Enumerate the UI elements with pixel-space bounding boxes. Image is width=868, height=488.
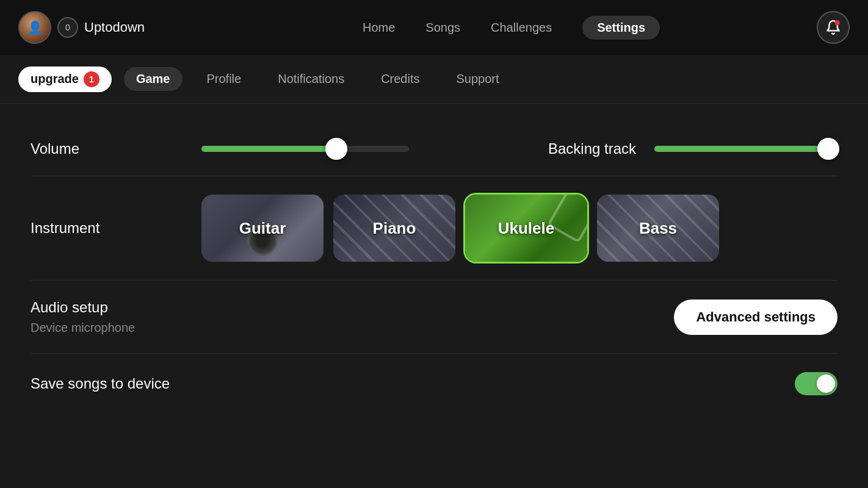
- backing-track-group: Backing track: [548, 140, 837, 157]
- instrument-label: Instrument: [31, 220, 201, 237]
- bass-card[interactable]: Bass: [597, 195, 719, 262]
- nav-settings[interactable]: Settings: [582, 16, 660, 40]
- upgrade-tab[interactable]: upgrade 1: [18, 66, 112, 92]
- top-navigation: 👤 0 Uptodown Home Songs Challenges Setti…: [0, 0, 868, 55]
- user-profile-area[interactable]: 👤 0 Uptodown: [18, 11, 145, 44]
- advanced-settings-button[interactable]: Advanced settings: [674, 300, 837, 335]
- username-label: Uptodown: [84, 20, 145, 35]
- ukulele-label: Ukulele: [498, 219, 555, 238]
- volume-slider[interactable]: [201, 146, 409, 152]
- volume-thumb[interactable]: [325, 138, 347, 160]
- nav-songs[interactable]: Songs: [425, 21, 460, 35]
- avatar[interactable]: 👤: [18, 11, 51, 44]
- nav-right-area: [817, 11, 850, 44]
- audio-info: Audio setup Device microphone: [31, 299, 674, 335]
- nav-challenges[interactable]: Challenges: [491, 21, 552, 35]
- bell-button[interactable]: [817, 11, 850, 44]
- backing-track-thumb[interactable]: [817, 138, 839, 160]
- volume-label: Volume: [31, 140, 201, 157]
- volume-slider-group: [201, 146, 512, 152]
- support-tab[interactable]: Support: [444, 67, 512, 91]
- bass-label: Bass: [639, 219, 677, 238]
- notification-count-badge: 0: [57, 17, 78, 38]
- game-tab[interactable]: Game: [124, 67, 183, 91]
- svg-point-0: [834, 20, 840, 26]
- main-settings-content: Volume Backing track Instrument: [0, 104, 868, 432]
- guitar-card[interactable]: Guitar: [201, 195, 324, 262]
- volume-fill: [201, 146, 336, 152]
- toggle-knob: [817, 375, 835, 393]
- volume-track: [201, 146, 409, 152]
- settings-tabs-bar: upgrade 1 Game Profile Notifications Cre…: [0, 55, 868, 104]
- audio-setup-subtitle: Device microphone: [31, 321, 674, 335]
- save-songs-section: Save songs to device: [31, 354, 837, 414]
- profile-tab[interactable]: Profile: [195, 67, 254, 91]
- ukulele-card[interactable]: Ukulele: [465, 195, 587, 262]
- save-songs-label: Save songs to device: [31, 375, 795, 392]
- backing-track-fill: [654, 146, 828, 152]
- nav-links-group: Home Songs Challenges Settings: [206, 16, 817, 40]
- notifications-tab[interactable]: Notifications: [266, 67, 356, 91]
- instruments-row: Guitar Piano Ukulele Bass: [201, 195, 719, 262]
- backing-track-label: Backing track: [548, 140, 636, 157]
- piano-label: Piano: [373, 219, 416, 238]
- instrument-section: Instrument Guitar Piano Ukulele Bass: [31, 176, 837, 281]
- credits-tab[interactable]: Credits: [369, 67, 432, 91]
- backing-track-track: [654, 146, 837, 152]
- save-songs-toggle[interactable]: [795, 372, 837, 395]
- upgrade-badge: 1: [84, 71, 99, 87]
- piano-card[interactable]: Piano: [333, 195, 455, 262]
- backing-track-slider[interactable]: [654, 146, 837, 152]
- audio-section: Audio setup Device microphone Advanced s…: [31, 281, 837, 354]
- volume-section: Volume Backing track: [31, 122, 837, 176]
- nav-home[interactable]: Home: [363, 21, 395, 35]
- audio-setup-title: Audio setup: [31, 299, 674, 316]
- guitar-label: Guitar: [239, 219, 286, 238]
